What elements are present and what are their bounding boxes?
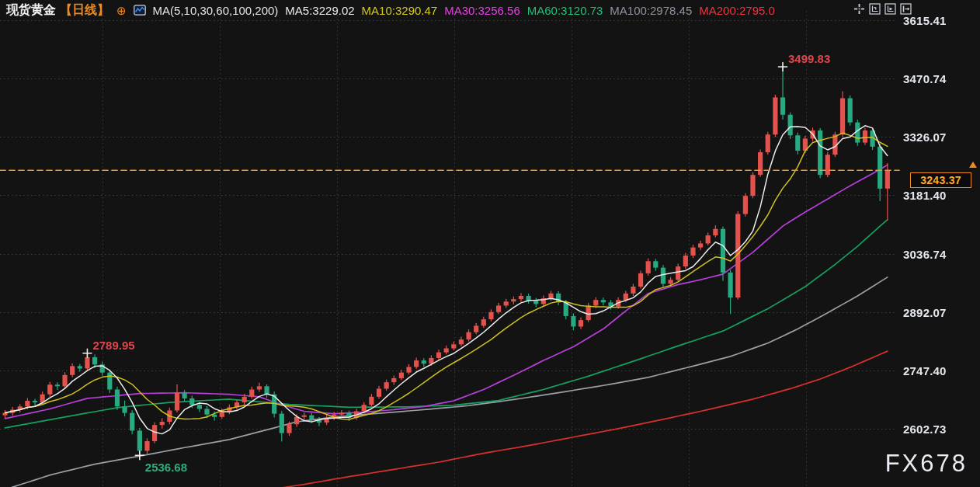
y-axis-tick: 3181.40	[903, 189, 947, 202]
axis-scale-right-icon[interactable]	[884, 2, 896, 15]
add-circle-icon[interactable]: ⊕	[116, 5, 127, 16]
ma5-value: MA5:3229.02	[285, 4, 354, 17]
y-axis-tick: 2892.07	[903, 305, 947, 318]
axis-scale-left-icon[interactable]	[868, 2, 881, 15]
candlestick-chart[interactable]	[0, 0, 980, 487]
y-axis-tick: 3326.07	[903, 130, 947, 144]
y-axis-tick: 3470.74	[903, 72, 947, 85]
pop-out-icon[interactable]	[899, 2, 912, 15]
price-up-arrow-icon	[969, 162, 977, 168]
y-axis-tick: 2747.40	[903, 364, 947, 377]
timeframe-label: 【日线】	[60, 2, 109, 19]
y-axis-tick: 2602.73	[903, 423, 947, 436]
symbol-title: 现货黄金	[6, 2, 56, 19]
ma100-value: MA100:2978.45	[610, 4, 692, 17]
gold-daily-chart-window: 现货黄金 【日线】 ⊕ MA(5,10,30,60,100,200) MA5:3…	[0, 0, 980, 487]
chart-toolbar	[853, 2, 912, 15]
ma60-value: MA60:3120.73	[527, 4, 603, 17]
pan-move-icon[interactable]	[853, 2, 865, 15]
indicator-line-chart-icon[interactable]	[134, 5, 146, 16]
y-axis-tick: 3615.41	[903, 14, 947, 27]
price-axis[interactable]: 3615.413470.743326.073181.403036.742892.…	[893, 0, 980, 487]
price-annotation: 3499.83	[788, 52, 830, 65]
ma30-value: MA30:3256.56	[444, 4, 520, 17]
chart-header: 现货黄金 【日线】 ⊕ MA(5,10,30,60,100,200) MA5:3…	[6, 2, 775, 19]
price-annotation: 2789.95	[92, 339, 134, 352]
ma10-value: MA10:3290.47	[362, 4, 438, 17]
fx678-watermark: FX678	[885, 450, 968, 478]
y-axis-tick: 3036.74	[903, 247, 947, 260]
ma-params-label: MA(5,10,30,60,100,200)	[153, 4, 279, 17]
ma200-value: MA200:2795.0	[699, 4, 775, 17]
current-price-label: 3243.37	[910, 172, 971, 188]
price-annotation: 2536.68	[145, 461, 187, 474]
